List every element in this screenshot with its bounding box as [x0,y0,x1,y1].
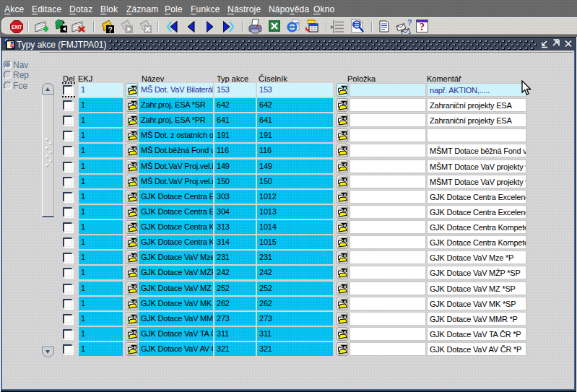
svg-text:?: ? [407,19,412,27]
svg-text:EXIT: EXIT [12,25,22,30]
svg-text:?: ? [420,22,425,32]
svg-text:?: ? [108,26,112,34]
